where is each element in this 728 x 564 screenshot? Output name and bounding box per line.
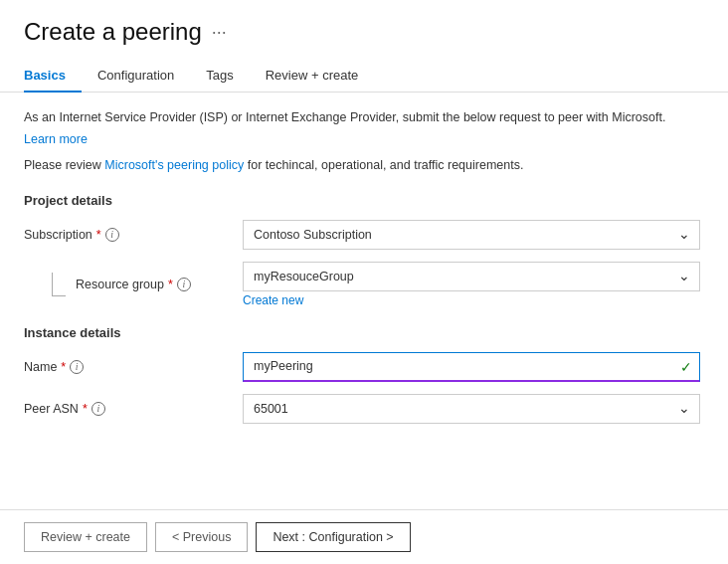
name-info-icon[interactable]: i <box>70 360 84 374</box>
peer-asn-label: Peer ASN * i <box>24 402 243 416</box>
tab-review-create[interactable]: Review + create <box>250 60 375 93</box>
subscription-label: Subscription * i <box>24 228 243 242</box>
subscription-control: Contoso Subscription <box>243 220 700 250</box>
peer-asn-info-icon[interactable]: i <box>91 402 105 416</box>
ellipsis-menu-icon[interactable]: ··· <box>212 22 227 43</box>
next-button[interactable]: Next : Configuration > <box>256 522 410 552</box>
policy-text: Please review Microsoft's peering policy… <box>24 156 704 175</box>
policy-link[interactable]: Microsoft's peering policy <box>104 158 244 172</box>
peer-asn-required: * <box>83 402 88 416</box>
policy-prefix: Please review <box>24 158 104 172</box>
footer: Review + create < Previous Next : Config… <box>0 509 728 564</box>
project-details-title: Project details <box>24 193 704 208</box>
subscription-select[interactable]: Contoso Subscription <box>243 220 700 250</box>
main-content: As an Internet Service Provider (ISP) or… <box>0 93 728 509</box>
peer-asn-select[interactable]: 65001 <box>243 394 700 424</box>
page-title: Create a peering <box>24 18 202 46</box>
subscription-required: * <box>96 228 101 242</box>
info-line1: As an Internet Service Provider (ISP) or… <box>24 108 704 127</box>
check-icon: ✓ <box>680 359 692 375</box>
peer-asn-control: 65001 <box>243 394 700 424</box>
tab-basics[interactable]: Basics <box>24 60 82 93</box>
subscription-info-icon[interactable]: i <box>105 228 119 242</box>
resource-group-required: * <box>168 278 173 291</box>
resource-group-select[interactable]: myResouceGroup <box>243 262 700 291</box>
policy-suffix: for techincal, operational, and traffic … <box>244 158 523 172</box>
name-required: * <box>61 360 66 374</box>
learn-more-link[interactable]: Learn more <box>24 132 88 146</box>
create-new-link[interactable]: Create new <box>243 293 303 307</box>
subscription-row: Subscription * i Contoso Subscription <box>24 220 704 250</box>
previous-button[interactable]: < Previous <box>155 522 248 552</box>
peer-asn-row: Peer ASN * i 65001 <box>24 394 704 424</box>
name-row: Name * i ✓ <box>24 352 704 382</box>
name-label: Name * i <box>24 360 243 374</box>
tab-tags[interactable]: Tags <box>190 60 249 93</box>
review-create-button[interactable]: Review + create <box>24 522 147 552</box>
name-input[interactable] <box>243 352 700 382</box>
resource-group-row: Resource group * i myResouceGroup Create… <box>24 262 704 307</box>
resource-group-info-icon[interactable]: i <box>177 278 191 291</box>
instance-details-title: Instance details <box>24 325 704 340</box>
tab-configuration[interactable]: Configuration <box>82 60 190 93</box>
name-control: ✓ <box>243 352 700 382</box>
resource-group-label-wrapper: Resource group * i <box>52 273 243 296</box>
resource-group-control: myResouceGroup Create new <box>243 262 700 307</box>
tabs-bar: Basics Configuration Tags Review + creat… <box>0 60 728 93</box>
